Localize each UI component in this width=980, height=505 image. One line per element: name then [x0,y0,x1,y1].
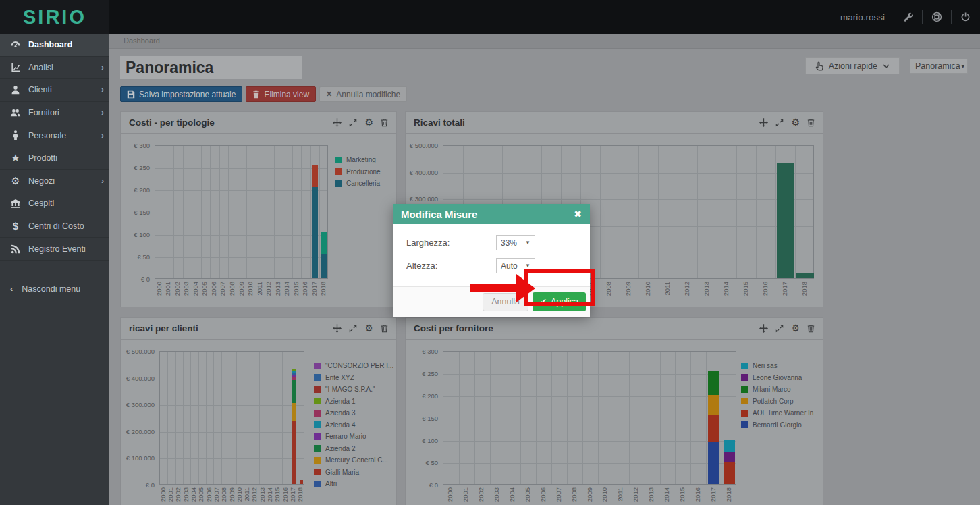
support-icon[interactable] [931,11,942,22]
x-axis-label: 2000 [156,282,163,296]
sidebar-item-registro-eventi[interactable]: Registro Eventi [0,238,109,261]
x-axis-label: 2017 [290,487,296,502]
save-settings-button[interactable]: Salva impostazione attuale [120,86,242,102]
sidebar-item-personale[interactable]: Personale› [0,124,109,147]
x-axis-label: 2014 [283,282,290,296]
hand-pointer-icon [815,61,823,71]
legend-item[interactable]: Azienda 2 [314,443,393,455]
legend-item[interactable]: Produzione [335,166,381,178]
gridline [192,146,192,278]
legend-item[interactable]: Azienda 4 [314,419,393,431]
y-axis-label: € 50 [406,459,438,467]
x-axis-label: 2001 [463,487,470,502]
legend-item[interactable]: Potlatch Corp [741,396,813,408]
legend-label: Marketing [346,156,376,163]
gridline [213,352,214,484]
legend-swatch [741,374,748,381]
legend-label: Azienda 2 [325,445,355,452]
legend-item[interactable]: "CONSORZIO PER I... [314,360,393,372]
page-title-input[interactable]: Panoramica [120,56,302,79]
settings-icon[interactable]: ⚙ [791,324,800,333]
x-axis-label: 2017 [311,282,318,296]
resize-icon[interactable] [349,119,357,127]
settings-icon[interactable]: ⚙ [364,118,373,127]
bar-segment [292,403,296,421]
sidebar-item-clienti[interactable]: Clienti› [0,79,109,102]
legend-item[interactable]: Ferraro Mario [314,431,393,443]
y-axis-label: € 100 [121,231,150,238]
gridline [252,352,252,484]
legend-item[interactable]: Neri sas [741,360,813,372]
bank-icon [10,198,21,208]
delete-icon[interactable] [807,324,815,333]
gridline [282,352,283,484]
move-icon[interactable] [759,118,768,127]
legend-item[interactable]: Leone Giovanna [741,372,813,384]
delete-icon[interactable] [381,118,388,127]
x-axis-label: 2018 [801,282,808,296]
legend-item[interactable]: Gialli Maria [314,467,393,479]
legend-item[interactable]: Bernardi Giorgio [741,419,813,431]
legend-item[interactable]: Mercury General C... [314,454,393,467]
sidebar-item-analisi[interactable]: Analisi› [0,57,109,80]
resize-icon[interactable] [775,119,784,127]
sidebar-item-fornitori[interactable]: Fornitori› [0,102,109,125]
x-axis-label: 2015 [679,487,686,502]
legend-item[interactable]: "I-MAGO S.P.A." [314,383,393,396]
close-icon: ✕ [326,90,332,99]
delete-view-button[interactable]: Elimina view [246,86,316,102]
bar-segment [321,232,327,254]
view-select[interactable]: Panoramica ▼ [910,59,968,74]
power-icon[interactable] [960,12,971,22]
sidebar-item-centri-di-costo[interactable]: $Centri di Costo [0,215,109,238]
quick-actions-button[interactable]: Azioni rapide [805,57,900,74]
x-axis-label: 2012 [252,487,258,502]
x-axis-label: 2005 [198,487,205,502]
legend-swatch [741,410,748,417]
sidebar-item-prodotti[interactable]: ★Prodotti [0,147,109,170]
move-icon[interactable] [333,118,342,127]
move-icon[interactable] [759,324,768,333]
delete-icon[interactable] [381,324,388,333]
line-chart-icon [10,63,21,72]
settings-icon[interactable]: ⚙ [364,324,373,333]
sidebar-item-label: Negozi [28,176,55,186]
person-icon [10,130,21,140]
gridline [167,352,168,484]
x-axis-label: 2003 [183,487,190,502]
x-axis-label: 2018 [726,487,732,502]
legend-item[interactable]: Altri [314,478,393,490]
settings-icon[interactable]: ⚙ [791,118,800,127]
collapse-menu-button[interactable]: ‹ Nascondi menu [0,277,109,300]
legend-item[interactable]: Milani Marco [741,383,813,396]
username[interactable]: mario.rossi [840,12,885,22]
x-axis-label: 2010 [236,487,243,502]
panel-title: Costi - per tipologie [129,117,215,128]
gridline [443,199,813,200]
modal-close-icon[interactable]: ✖ [574,209,582,219]
delete-icon[interactable] [807,118,815,127]
resize-icon[interactable] [349,325,357,333]
x-axis-label: 2006 [540,487,547,502]
sidebar-item-dashboard[interactable]: Dashboard [0,34,109,57]
resize-icon[interactable] [775,325,784,333]
move-icon[interactable] [333,324,342,333]
legend-item[interactable]: Azienda 3 [314,407,393,419]
legend-item[interactable]: Cancelleria [335,178,381,190]
chevron-right-icon: › [101,131,104,140]
panel-title: Ricavi totali [414,117,465,128]
divider [894,10,894,24]
legend-item[interactable]: AOL Time Warner In [741,407,813,419]
legend-item[interactable]: Marketing [335,154,381,166]
wrench-icon[interactable] [903,12,913,22]
gridline [173,146,174,278]
larghezza-select[interactable]: 33% ▼ [496,235,535,250]
sidebar-item-negozi[interactable]: ⚙Negozi› [0,170,109,193]
gridline [756,146,757,278]
breadcrumb-dashboard[interactable]: Dashboard [124,36,160,45]
legend-item[interactable]: Azienda 1 [314,396,393,408]
legend-item[interactable]: Ente XYZ [314,372,393,384]
x-axis-label: 2004 [509,487,516,502]
sidebar-item-cespiti[interactable]: Cespiti [0,192,109,215]
undo-changes-button[interactable]: ✕ Annulla modifiche [319,86,407,102]
